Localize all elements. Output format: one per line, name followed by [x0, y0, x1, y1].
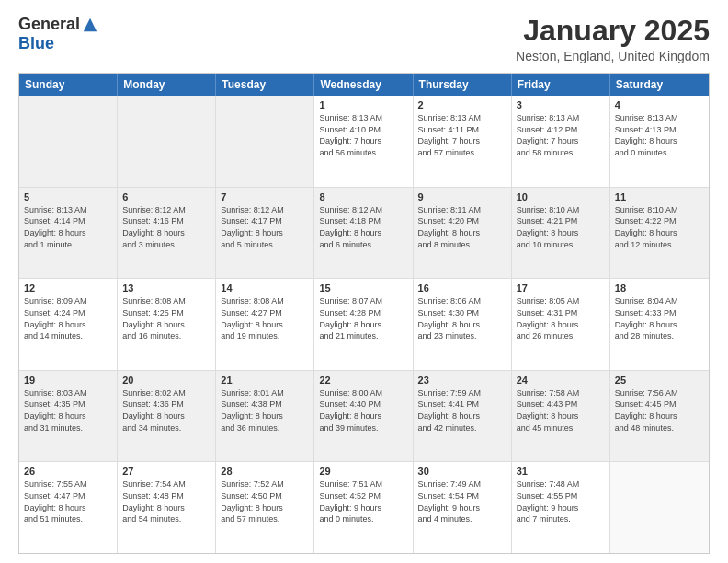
calendar-cell: 10Sunrise: 8:10 AMSunset: 4:21 PMDayligh… — [512, 188, 610, 279]
cell-line: Sunrise: 8:10 AM — [517, 204, 605, 216]
cell-line: Sunrise: 8:00 AM — [319, 387, 407, 399]
cell-line: and 4 minutes. — [418, 513, 506, 525]
cell-line: and 0 minutes. — [319, 513, 407, 525]
cell-line: and 19 minutes. — [221, 330, 309, 342]
calendar-cell — [118, 96, 216, 187]
calendar-cell: 25Sunrise: 7:56 AMSunset: 4:45 PMDayligh… — [610, 371, 709, 462]
cell-line: Daylight: 8 hours — [122, 410, 210, 422]
location: Neston, England, United Kingdom — [516, 49, 710, 63]
cell-line: and 48 minutes. — [615, 422, 704, 434]
cell-line: and 3 minutes. — [122, 239, 210, 251]
header-cell: Tuesday — [216, 74, 314, 96]
calendar-cell: 24Sunrise: 7:58 AMSunset: 4:43 PMDayligh… — [512, 371, 610, 462]
cell-line: Sunset: 4:30 PM — [418, 307, 506, 319]
cell-line: Sunset: 4:38 PM — [221, 398, 309, 410]
calendar-cell: 15Sunrise: 8:07 AMSunset: 4:28 PMDayligh… — [314, 279, 413, 370]
day-number: 26 — [24, 465, 112, 477]
day-number: 23 — [418, 374, 506, 385]
cell-line: Sunset: 4:16 PM — [122, 215, 210, 227]
day-number: 17 — [517, 282, 605, 293]
cell-line: Daylight: 8 hours — [517, 319, 605, 331]
cell-line: and 12 minutes. — [615, 239, 704, 251]
calendar-cell: 13Sunrise: 8:08 AMSunset: 4:25 PMDayligh… — [118, 279, 216, 370]
cell-line: Sunrise: 8:06 AM — [418, 295, 506, 307]
cell-line: Sunset: 4:47 PM — [24, 490, 112, 502]
cell-line: Sunrise: 7:52 AM — [221, 478, 309, 490]
cell-line: Daylight: 8 hours — [122, 227, 210, 239]
calendar-cell: 3Sunrise: 8:13 AMSunset: 4:12 PMDaylight… — [512, 96, 610, 187]
calendar-cell: 20Sunrise: 8:02 AMSunset: 4:36 PMDayligh… — [118, 371, 216, 462]
cell-line: and 6 minutes. — [319, 239, 407, 251]
cell-line: and 0 minutes. — [615, 147, 704, 159]
day-number: 31 — [517, 465, 605, 477]
cell-line: Sunset: 4:43 PM — [517, 398, 605, 410]
day-number: 22 — [319, 374, 407, 385]
cell-line: and 51 minutes. — [24, 513, 112, 525]
day-number: 19 — [24, 374, 112, 385]
calendar-row: 26Sunrise: 7:55 AMSunset: 4:47 PMDayligh… — [19, 461, 709, 553]
cell-line: Daylight: 8 hours — [517, 410, 605, 422]
cell-line: Sunset: 4:11 PM — [418, 124, 506, 136]
calendar-cell: 26Sunrise: 7:55 AMSunset: 4:47 PMDayligh… — [19, 462, 118, 553]
cell-line: Sunset: 4:18 PM — [319, 215, 407, 227]
cell-line: Sunset: 4:31 PM — [517, 307, 605, 319]
cell-line: and 31 minutes. — [24, 422, 112, 434]
cell-line: Sunrise: 8:13 AM — [319, 112, 407, 124]
cell-line: Sunset: 4:22 PM — [615, 215, 704, 227]
cell-line: Sunset: 4:24 PM — [24, 307, 112, 319]
cell-line: Sunset: 4:14 PM — [24, 215, 112, 227]
calendar-cell: 27Sunrise: 7:54 AMSunset: 4:48 PMDayligh… — [118, 462, 216, 553]
cell-line: Sunset: 4:40 PM — [319, 398, 407, 410]
cell-line: Sunset: 4:55 PM — [517, 490, 605, 502]
cell-line: Sunrise: 8:13 AM — [517, 112, 605, 124]
day-number: 5 — [24, 191, 112, 202]
day-number: 27 — [122, 465, 210, 477]
cell-line: and 23 minutes. — [418, 330, 506, 342]
calendar-cell — [610, 462, 709, 553]
calendar-cell: 1Sunrise: 8:13 AMSunset: 4:10 PMDaylight… — [314, 96, 413, 187]
calendar: SundayMondayTuesdayWednesdayThursdayFrid… — [18, 73, 710, 554]
cell-line: Sunrise: 7:58 AM — [517, 387, 605, 399]
cell-line: and 14 minutes. — [24, 330, 112, 342]
cell-line: Sunrise: 7:59 AM — [418, 387, 506, 399]
cell-line: Daylight: 8 hours — [319, 410, 407, 422]
calendar-cell: 22Sunrise: 8:00 AMSunset: 4:40 PMDayligh… — [314, 371, 413, 462]
calendar-cell: 9Sunrise: 8:11 AMSunset: 4:20 PMDaylight… — [414, 188, 512, 279]
cell-line: Daylight: 8 hours — [221, 227, 309, 239]
cell-line: Sunrise: 8:09 AM — [24, 295, 112, 307]
cell-line: Sunset: 4:52 PM — [319, 490, 407, 502]
cell-line: Daylight: 8 hours — [319, 319, 407, 331]
cell-line: Daylight: 8 hours — [122, 319, 210, 331]
day-number: 29 — [319, 465, 407, 477]
header-cell: Sunday — [19, 74, 118, 96]
cell-line: Sunrise: 8:10 AM — [615, 204, 704, 216]
cell-line: Sunrise: 8:12 AM — [122, 204, 210, 216]
header-cell: Wednesday — [314, 74, 413, 96]
cell-line: Sunset: 4:10 PM — [319, 124, 407, 136]
cell-line: Daylight: 8 hours — [615, 410, 704, 422]
calendar-cell: 8Sunrise: 8:12 AMSunset: 4:18 PMDaylight… — [314, 188, 413, 279]
calendar-cell: 19Sunrise: 8:03 AMSunset: 4:35 PMDayligh… — [19, 371, 118, 462]
calendar-cell: 23Sunrise: 7:59 AMSunset: 4:41 PMDayligh… — [414, 371, 512, 462]
calendar-cell: 4Sunrise: 8:13 AMSunset: 4:13 PMDaylight… — [610, 96, 709, 187]
cell-line: and 1 minute. — [24, 239, 112, 251]
cell-line: Sunset: 4:13 PM — [615, 124, 704, 136]
day-number: 9 — [418, 191, 506, 202]
day-number: 18 — [615, 282, 704, 293]
cell-line: Sunrise: 7:51 AM — [319, 478, 407, 490]
day-number: 6 — [122, 191, 210, 202]
calendar-row: 1Sunrise: 8:13 AMSunset: 4:10 PMDaylight… — [19, 96, 709, 187]
month-title: January 2025 — [516, 15, 710, 47]
day-number: 15 — [319, 282, 407, 293]
cell-line: Daylight: 8 hours — [221, 319, 309, 331]
calendar-cell: 14Sunrise: 8:08 AMSunset: 4:27 PMDayligh… — [216, 279, 314, 370]
cell-line: Sunrise: 8:13 AM — [615, 112, 704, 124]
cell-line: and 26 minutes. — [517, 330, 605, 342]
calendar-cell: 6Sunrise: 8:12 AMSunset: 4:16 PMDaylight… — [118, 188, 216, 279]
cell-line: Daylight: 8 hours — [24, 227, 112, 239]
cell-line: Daylight: 9 hours — [517, 502, 605, 514]
cell-line: Sunset: 4:27 PM — [221, 307, 309, 319]
calendar-body: 1Sunrise: 8:13 AMSunset: 4:10 PMDaylight… — [19, 96, 709, 553]
cell-line: and 45 minutes. — [517, 422, 605, 434]
day-number: 21 — [221, 374, 309, 385]
